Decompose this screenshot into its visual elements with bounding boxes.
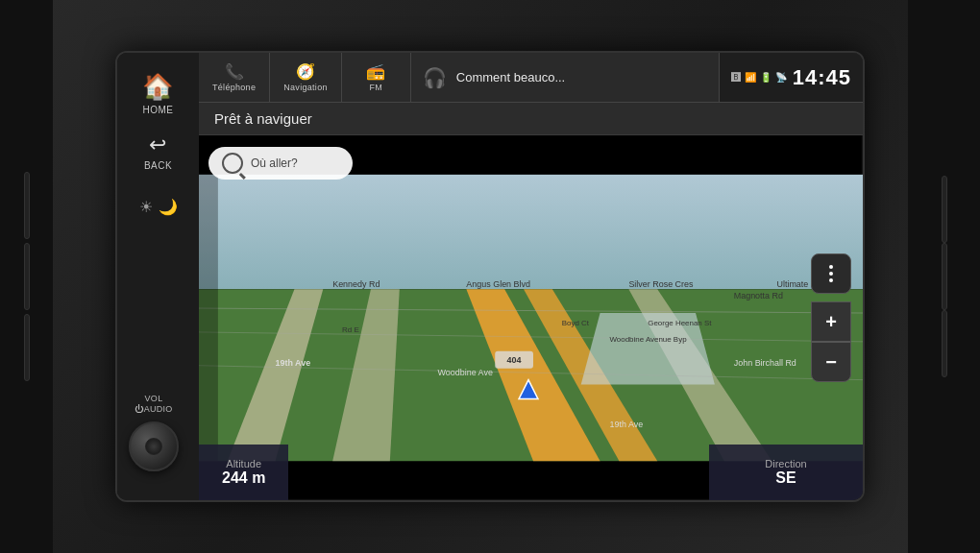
fm-icon: 📻	[366, 62, 385, 81]
music-text: Comment beauco...	[456, 70, 707, 84]
altitude-value: 244 m	[222, 469, 265, 487]
fm-label: FM	[369, 83, 382, 92]
direction-value: SE	[775, 469, 796, 487]
left-sidebar: 🏠 HOME ↩ BACK ☀ 🌙 VOL⏻AUDIO	[117, 53, 199, 500]
search-icon	[222, 153, 243, 174]
volume-area: VOL⏻AUDIO	[129, 394, 179, 471]
navigation-label: Navigation	[283, 83, 328, 92]
zoom-in-icon: +	[825, 311, 837, 333]
altitude-label: Altitude	[226, 458, 261, 469]
telephone-label: Téléphone	[212, 83, 256, 92]
signal-icon: 📶	[745, 72, 756, 83]
navigation-icon: 🧭	[296, 62, 315, 81]
svg-text:Silver Rose Cres: Silver Rose Cres	[628, 279, 694, 289]
svg-text:19th Ave: 19th Ave	[276, 358, 311, 368]
zoom-in-button[interactable]: +	[811, 301, 851, 342]
back-button[interactable]: ↩ BACK	[144, 132, 172, 171]
home-button[interactable]: 🏠 HOME	[142, 72, 174, 115]
home-icon: 🏠	[142, 72, 174, 102]
brightness-controls[interactable]: ☀ 🌙	[139, 198, 178, 216]
back-icon: ↩	[149, 132, 167, 157]
tab-fm[interactable]: 📻 FM	[342, 53, 411, 102]
svg-text:Angus Glen Blvd: Angus Glen Blvd	[466, 279, 530, 289]
back-label: BACK	[144, 160, 172, 171]
vent-left	[0, 0, 53, 553]
music-section: 🎧 Comment beauco...	[411, 53, 720, 102]
nav-subtitle-text: Prêt à naviguer	[214, 110, 312, 127]
clock: 14:45	[793, 65, 851, 90]
status-bar: 🅱 📶 🔋 📡 14:45	[720, 53, 863, 102]
brightness-low-icon: ☀	[139, 198, 153, 216]
home-label: HOME	[143, 105, 174, 115]
bottom-info: Altitude 244 m Direction SE	[199, 445, 863, 500]
right-panel	[908, 0, 980, 553]
top-bar: 📞 Téléphone 🧭 Navigation 📻 FM 🎧 Comment …	[199, 53, 863, 103]
svg-text:John Birchall Rd: John Birchall Rd	[734, 358, 796, 368]
telephone-icon: 📞	[225, 62, 244, 81]
main-display: 🏠 HOME ↩ BACK ☀ 🌙 VOL⏻AUDIO	[115, 51, 865, 502]
wifi-icon: 📡	[775, 72, 787, 83]
svg-text:George Heenan St: George Heenan St	[648, 319, 712, 327]
car-frame: 🏠 HOME ↩ BACK ☀ 🌙 VOL⏻AUDIO	[0, 0, 980, 553]
zoom-out-button[interactable]: −	[811, 342, 851, 382]
bluetooth-icon: 🅱	[731, 72, 741, 83]
svg-rect-0	[199, 175, 863, 289]
svg-text:Boyd Ct: Boyd Ct	[562, 319, 590, 327]
zoom-out-icon: −	[825, 351, 837, 373]
search-text: Où aller?	[251, 156, 298, 170]
svg-text:Kennedy Rd: Kennedy Rd	[332, 279, 380, 289]
tab-group: 📞 Téléphone 🧭 Navigation 📻 FM	[199, 53, 411, 102]
headphone-icon: 🎧	[423, 66, 447, 89]
svg-text:19th Ave: 19th Ave	[610, 420, 644, 429]
svg-text:Woodbine Avenue Byp: Woodbine Avenue Byp	[610, 335, 688, 344]
vol-label: VOL⏻AUDIO	[135, 394, 172, 416]
main-content: 📞 Téléphone 🧭 Navigation 📻 FM 🎧 Comment …	[199, 53, 863, 500]
search-bar[interactable]: Où aller?	[208, 147, 353, 180]
dots-icon	[829, 265, 833, 282]
battery-icon: 🔋	[760, 72, 772, 83]
svg-text:Woodbine Ave: Woodbine Ave	[438, 368, 493, 377]
direction-panel: Direction SE	[709, 445, 863, 500]
svg-rect-27	[199, 175, 218, 461]
brightness-high-icon: 🌙	[159, 198, 178, 216]
more-options-button[interactable]	[811, 253, 851, 294]
volume-knob[interactable]	[129, 421, 179, 471]
direction-label: Direction	[765, 458, 806, 469]
svg-text:Magnotta Rd: Magnotta Rd	[734, 291, 783, 301]
map-area[interactable]: 404 Kennedy Rd Angus Glen Blvd Silver Ro…	[199, 135, 863, 500]
tab-telephone[interactable]: 📞 Téléphone	[199, 53, 270, 102]
altitude-panel: Altitude 244 m	[199, 445, 288, 500]
map-controls: + −	[811, 253, 851, 382]
status-icons: 🅱 📶 🔋 📡	[731, 72, 787, 83]
svg-text:404: 404	[507, 355, 522, 365]
svg-text:Rd E: Rd E	[342, 325, 359, 334]
nav-subtitle: Prêt à naviguer	[199, 103, 863, 135]
tab-navigation[interactable]: 🧭 Navigation	[270, 53, 342, 102]
